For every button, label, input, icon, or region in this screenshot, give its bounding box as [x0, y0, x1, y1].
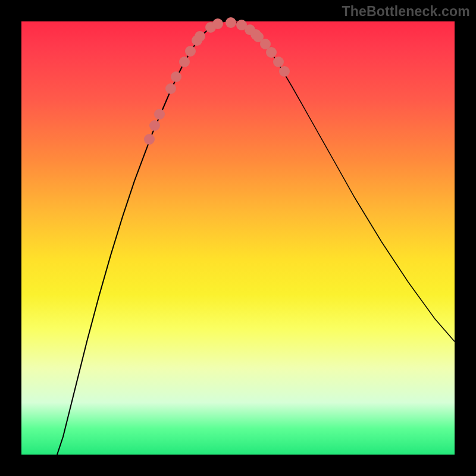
curve-line-left [57, 21, 224, 455]
curve-marker [165, 83, 176, 94]
plot-area [21, 21, 455, 455]
marker-group [144, 17, 290, 145]
curve-marker [171, 71, 181, 82]
curve-marker [154, 109, 165, 120]
curve-marker [273, 57, 284, 67]
curve-marker [226, 17, 236, 28]
curve-marker [185, 46, 196, 57]
chart-frame: TheBottleneck.com [0, 0, 476, 476]
curve-marker [149, 120, 160, 131]
curve-marker [195, 31, 205, 42]
curve-marker [179, 57, 190, 67]
curve-marker [279, 66, 290, 77]
curve-marker [212, 18, 223, 29]
curve-marker [144, 134, 155, 145]
chart-svg [21, 21, 455, 455]
watermark-text: TheBottleneck.com [342, 4, 470, 20]
curve-marker [266, 47, 277, 58]
curve-line-right [224, 21, 455, 342]
